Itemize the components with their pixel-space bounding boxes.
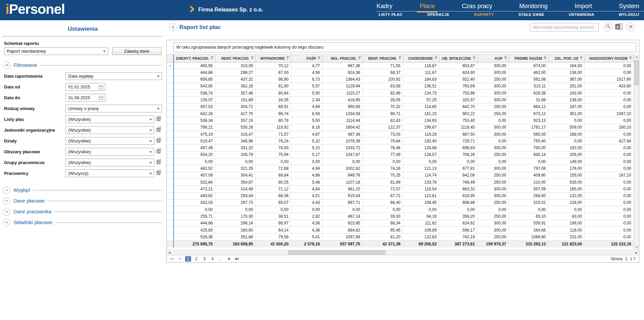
table-row[interactable]: 543,80362,1681,905,571129,9483,58136,517… (167, 83, 634, 89)
row-indicator[interactable] (167, 117, 174, 124)
multiselect-icon[interactable] (156, 148, 162, 155)
filter-icon[interactable] (398, 56, 402, 60)
section-label-wyglad[interactable]: Wygląd (14, 187, 30, 193)
nav-item-system[interactable]: System (619, 3, 639, 12)
filter-icon[interactable] (543, 56, 547, 60)
scroll-right-icon[interactable]: ▶ (634, 250, 639, 255)
nav-item-monitoring[interactable]: Monitoring (519, 3, 548, 12)
table-row[interactable]: 228,07151,8934,352,34416,6535,0557,25320… (167, 97, 634, 103)
col-header-rent-pracow[interactable]: RENT. PRACOW. (363, 54, 403, 62)
row-indicator[interactable] (167, 172, 174, 179)
row-expand-icon[interactable]: › (169, 63, 171, 68)
table-row[interactable]: ›465,55310,0570,124,77967,3671,55116,876… (167, 62, 634, 69)
table-row[interactable]: 425,83283,6064,144,36884,8265,45106,8959… (167, 227, 634, 234)
filter-icon[interactable] (317, 56, 321, 60)
select-listy-plac[interactable]: (Wszystkie) (66, 115, 154, 123)
col-header-chorobowe[interactable]: CHOROBOWE (403, 54, 439, 62)
vertical-scroll-thumb[interactable] (635, 60, 639, 85)
col-header-zal-pod-us[interactable]: ZAL. POD. US (548, 54, 585, 62)
select-data-raportowania[interactable]: Data wypłaty (66, 72, 162, 80)
filter-icon[interactable] (504, 56, 507, 60)
last-page-icon[interactable] (234, 256, 240, 262)
nav-item-kadry[interactable]: Kadry (377, 3, 392, 12)
table-row[interactable]: 656,65437,3298,906,731364,43100,92164,83… (167, 76, 634, 83)
filter-icon[interactable] (579, 56, 583, 60)
row-indicator[interactable] (167, 76, 174, 83)
col-header-skl-pracod[interactable]: SKŁ. PRACOD. (323, 54, 363, 62)
table-row[interactable]: 444,66296,1466,974,56923,9568,34111,6262… (167, 220, 634, 226)
nav-item-czas-pracy[interactable]: Czas pracy (462, 3, 492, 12)
filter-icon[interactable] (210, 56, 214, 60)
table-row[interactable]: 642,28427,7596,746,581334,5898,71161,239… (167, 110, 634, 117)
table-row[interactable]: 457,09304,4168,844,68949,7670,25114,7464… (167, 172, 634, 179)
next-page-icon[interactable] (226, 256, 232, 262)
multiselect-icon[interactable] (156, 137, 162, 144)
load-data-button[interactable]: Załaduj dane (112, 47, 161, 55)
subnav-item-stale-dane[interactable]: STAŁE DANE (518, 12, 544, 17)
chevron-down-circle-icon[interactable] (3, 208, 10, 216)
subnav-item-wyloguj[interactable]: WYLOGUJ (619, 12, 639, 17)
table-row[interactable]: 457,53304,7168,914,69950,6970,32114,8564… (167, 103, 634, 110)
table-row[interactable]: 444,86296,2767,004,56924,3668,37111,6762… (167, 69, 634, 76)
chevron-down-circle-icon[interactable] (3, 219, 10, 226)
subnav-item-listy-plac[interactable]: LISTY PŁAC (379, 12, 403, 17)
table-row[interactable]: 536,74357,4680,845,501115,2782,49134,737… (167, 90, 634, 97)
chevron-down-circle-icon[interactable] (3, 186, 10, 194)
multiselect-icon[interactable] (156, 159, 162, 166)
chevron-down-circle-icon[interactable] (3, 197, 10, 205)
multiselect-icon[interactable] (156, 115, 162, 123)
page-button-1[interactable]: 1 (185, 256, 191, 262)
row-indicator[interactable] (167, 151, 174, 158)
row-indicator[interactable] (167, 83, 174, 89)
prev-page-icon[interactable] (176, 256, 182, 262)
row-indicator[interactable] (167, 179, 174, 185)
table-row[interactable]: 519,47345,9678,245,321079,3979,84130,407… (167, 138, 634, 144)
page-button-2[interactable]: 2 (193, 256, 199, 262)
table-row[interactable]: 504,20335,7975,945,171047,6777,49126,577… (167, 151, 634, 158)
table-row[interactable]: 796,21530,26119,928,161654,42122,37199,8… (167, 124, 634, 131)
select-obszary-placowe[interactable]: (Wszystkie) (66, 148, 154, 156)
date-input-data-do[interactable]: 31.08.20257 (66, 94, 105, 102)
table-row[interactable]: 528,36351,8879,585,411097,8681,20132,637… (167, 234, 634, 240)
filter-icon[interactable] (286, 56, 289, 60)
row-indicator[interactable] (167, 206, 174, 213)
filter-icon[interactable] (472, 56, 476, 60)
table-row[interactable]: 255,71170,3038,512,62467,1439,3064,19359… (167, 213, 634, 220)
table-row[interactable]: 440,62293,4466,364,51915,5467,72110,6161… (167, 192, 634, 199)
subnav-item-raporty[interactable]: RAPORTY (474, 12, 494, 17)
row-indicator[interactable] (167, 227, 174, 234)
row-indicator[interactable] (167, 124, 174, 131)
page-button-3[interactable]: 3 (201, 256, 207, 262)
row-indicator[interactable] (167, 213, 174, 220)
row-indicator[interactable] (167, 165, 174, 172)
col-header-rent-pracod[interactable]: RENT. PRACOD. (215, 54, 255, 62)
row-indicator[interactable] (167, 110, 174, 117)
select-pracownicy[interactable]: (Wszyscy) (66, 169, 154, 177)
row-indicator[interactable] (167, 234, 174, 240)
select-jednostki-organizacyjne[interactable]: (Wszystkie) (66, 126, 154, 134)
page-button-[interactable]: ... (217, 256, 224, 262)
row-indicator[interactable] (167, 158, 174, 165)
row-indicator[interactable] (167, 131, 174, 137)
row-indicator[interactable] (167, 220, 174, 226)
multiselect-icon[interactable] (156, 126, 162, 134)
search-button[interactable] (604, 23, 613, 31)
horizontal-scroll-thumb[interactable] (288, 250, 386, 255)
row-indicator[interactable] (167, 192, 174, 199)
row-indicator[interactable]: › (167, 62, 174, 69)
chevron-up-circle-icon[interactable] (3, 61, 10, 69)
table-row[interactable]: 472,21314,4971,124,84981,2072,57118,5466… (167, 186, 634, 192)
col-header-kup[interactable]: KUP (478, 54, 509, 62)
scroll-up-icon[interactable]: ▲ (634, 54, 639, 59)
scroll-left-icon[interactable]: ◀ (167, 250, 172, 255)
scroll-down-icon[interactable]: ▼ (634, 245, 639, 250)
subnav-item-ustawienia[interactable]: USTAWIENIA (569, 12, 594, 17)
row-indicator[interactable] (167, 144, 174, 151)
section-label-skladniki-placowe[interactable]: Składniki płacowe (14, 220, 52, 225)
filter-icon[interactable] (434, 56, 438, 60)
col-header-ub-spoleczne[interactable]: UB. SPOŁECZNE (439, 54, 477, 62)
horizontal-scrollbar[interactable]: ◀ ▶ (167, 250, 639, 255)
date-input-data-od[interactable]: 01.01.20257 (66, 83, 105, 91)
select-grupy-pracownicze[interactable]: (Wszystkie) (66, 159, 154, 166)
col-header-nadgodziny-razem[interactable]: NADGODZINY RAZEM (585, 54, 634, 62)
